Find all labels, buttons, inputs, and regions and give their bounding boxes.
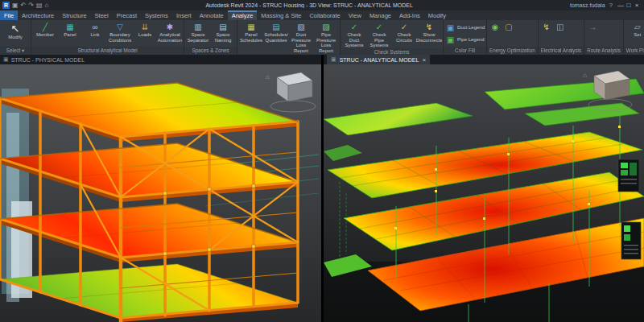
schedules-quantities-button[interactable]: ▤Schedules/ Quantities (264, 22, 288, 43)
check-circuits-icon: ✓ (399, 22, 410, 32)
viewport-left-titlebar[interactable]: ▣ STRUC - PHYSICAL MODEL (0, 55, 321, 64)
member-button[interactable]: ╱Member (33, 22, 57, 38)
ribbon-tabs: FileArchitectureStructureSteelPrecastSys… (0, 10, 644, 20)
quick-access-toolbar: R ▣↶↷▤⌂ (0, 2, 48, 9)
analytical-automation-icon: ✱ (165, 22, 175, 32)
modify-button[interactable]: ↖Modify (2, 22, 29, 40)
button-label: Analytical Automation (158, 32, 182, 43)
button-label: Link (90, 32, 99, 38)
maximize-button[interactable]: □ (625, 2, 633, 9)
tab-architecture[interactable]: Architecture (18, 10, 58, 20)
route-icon: → (588, 22, 598, 32)
energy-model-icon-button[interactable]: ▢ (502, 22, 515, 32)
panel-schedules-icon: ▦ (246, 22, 257, 32)
analytical-model-canvas[interactable]: ⌂ (324, 64, 644, 322)
viewport-left-title: STRUC - PHYSICAL MODEL (11, 57, 85, 63)
tab-modify[interactable]: Modify (424, 10, 450, 20)
tab-insert[interactable]: Insert (172, 10, 196, 20)
revit-logo[interactable]: R (2, 2, 10, 9)
physical-model-canvas[interactable]: ⌂ (0, 64, 321, 322)
button-label: Pipe Legend (457, 37, 485, 43)
viewport-right-tab[interactable]: ▣ STRUC - ANALYTICAL MODEL × (327, 55, 430, 64)
help-icon[interactable]: ? (609, 2, 613, 9)
duct-pressure-loss-report-button[interactable]: ▧Duct Pressure Loss Report (289, 22, 313, 54)
quick-access-icons[interactable]: ▣↶↷▤⌂ (12, 2, 48, 9)
ribbon-panel-select: ↖ModifySelect ▾ (0, 20, 31, 55)
signed-in-user[interactable]: tomasz.fudala (570, 2, 605, 8)
member-icon: ╱ (40, 22, 51, 32)
boundary-conditions-button[interactable]: ▽Boundary Conditions (108, 22, 132, 43)
minimize-button[interactable]: — (617, 2, 625, 9)
panel-label: Color Fill (444, 47, 486, 55)
button-label: Check Duct Systems (342, 32, 366, 48)
panel-label: Spaces & Zones (184, 47, 237, 55)
redo-icon[interactable]: ↷ (28, 2, 34, 9)
ribbon-panel-electrical-analysis: ↯◫Electrical Analysis (539, 20, 584, 55)
button-label: Duct Pressure Loss Report (289, 32, 313, 54)
window-controls[interactable]: —□× (617, 2, 641, 9)
panel-label: Energy Optimization (487, 47, 538, 55)
button-label: Loads (138, 32, 151, 38)
view-area: ▣ STRUC - PHYSICAL MODEL (0, 55, 644, 322)
close-view-icon[interactable]: × (422, 56, 426, 64)
button-label: Panel (64, 32, 76, 38)
space-separator-button[interactable]: ▥Space Separator (186, 22, 210, 43)
ribbon-panel-color-fill: ▣Duct Legend▣Pipe LegendColor Fill (444, 20, 487, 55)
undo-icon[interactable]: ↶ (21, 2, 27, 9)
pipe-pressure-loss-report-button[interactable]: ▨Pipe Pressure Loss Report (314, 22, 338, 54)
tab-massing-site[interactable]: Massing & Site (257, 10, 305, 20)
panel-label: Check Systems (341, 48, 443, 55)
tab-manage[interactable]: Manage (365, 10, 395, 20)
space-naming-button[interactable]: ▤Space Naming (211, 22, 235, 43)
button-label: Space Naming (211, 32, 235, 43)
close-button[interactable]: × (633, 2, 641, 9)
save-icon[interactable]: ▣ (12, 2, 19, 9)
panel-icon: ▦ (65, 22, 76, 32)
loads-button[interactable]: ⇊Loads (133, 22, 157, 38)
link-button[interactable]: ∞Link (83, 22, 107, 38)
panel-label: Work Plane (624, 47, 644, 55)
ribbon-panels: ↖ModifySelect ▾╱Member▦Panel∞Link▽Bounda… (0, 20, 644, 55)
tab-analyze[interactable]: Analyze (228, 10, 258, 20)
duct-legend-button[interactable]: ▣Duct Legend (445, 23, 485, 33)
tab-systems[interactable]: Systems (141, 10, 172, 20)
panel-button[interactable]: ▦Panel (58, 22, 82, 38)
button-label: Check Pipe Systems (367, 32, 391, 48)
tab-annotate[interactable]: Annotate (196, 10, 228, 20)
ribbon-panel-work-plane: ▱SetWork Plane (624, 20, 644, 55)
button-label: Space Separator (186, 32, 210, 43)
viewcube-home-icon: ⌂ (583, 72, 587, 79)
print-icon[interactable]: ▤ (36, 2, 43, 9)
energy-settings-icon-button[interactable]: ◉ (489, 22, 502, 32)
electrical-icon: ↯ (541, 22, 551, 32)
pipe-pressure-icon: ▨ (321, 22, 332, 32)
workplane-set-icon: ▱ (632, 22, 642, 32)
space-naming-icon: ▤ (218, 22, 229, 32)
tab-file[interactable]: File (0, 10, 18, 20)
button-label: Duct Legend (457, 25, 485, 31)
electrical-icon-button[interactable]: ↯ (540, 22, 553, 32)
tab-precast[interactable]: Precast (113, 10, 141, 20)
tab-structure[interactable]: Structure (58, 10, 90, 20)
check-duct-systems-button[interactable]: ✓Check Duct Systems (342, 22, 366, 48)
check-circuits-button[interactable]: ✓Check Circuits (392, 22, 416, 43)
tab-steel[interactable]: Steel (91, 10, 113, 20)
analytical-automation-button[interactable]: ✱Analytical Automation (158, 22, 182, 43)
panel-label: Select ▾ (0, 47, 31, 55)
pipe-legend-icon: ▣ (445, 35, 456, 45)
ribbon-panel-check-systems: ✓Check Duct Systems✓Check Pipe Systems✓C… (341, 20, 444, 55)
window-title: Autodesk Revit 2024 - STRUC Housing - 3D… (48, 2, 570, 8)
check-pipe-systems-button[interactable]: ✓Check Pipe Systems (367, 22, 391, 48)
viewcube-home-icon: ⌂ (266, 73, 270, 80)
tab-view[interactable]: View (345, 10, 365, 20)
panel-schedules-button[interactable]: ▦Panel Schedules (239, 22, 263, 43)
circuits-icon-button[interactable]: ◫ (554, 22, 567, 32)
route-icon-button[interactable]: → (586, 22, 599, 32)
modify-arrow-icon: ↖ (8, 22, 23, 35)
tab-add-ins[interactable]: Add-Ins (395, 10, 424, 20)
pipe-legend-button[interactable]: ▣Pipe Legend (445, 35, 485, 45)
set-button[interactable]: ▱Set (625, 22, 644, 38)
show-disconnects-button[interactable]: ↯Show Disconnects (417, 22, 441, 43)
tab-collaborate[interactable]: Collaborate (305, 10, 344, 20)
ribbon-panel-energy-optimization: ◉▢Energy Optimization (487, 20, 539, 55)
